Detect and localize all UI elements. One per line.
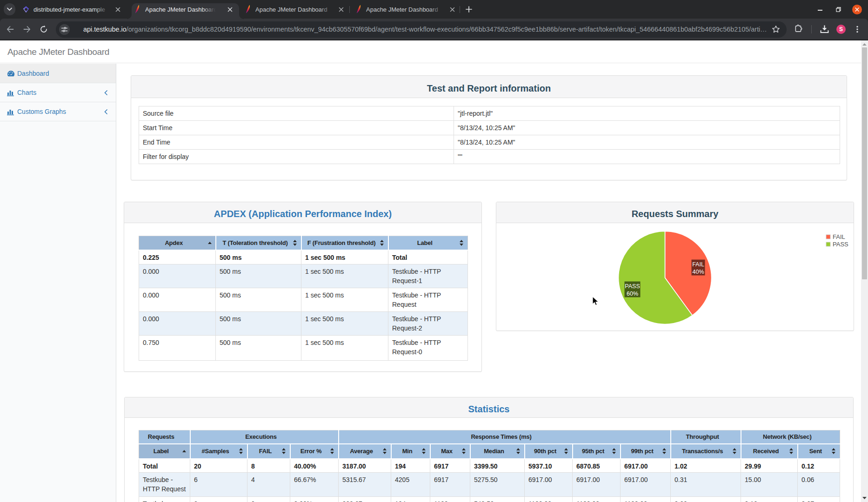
svg-text:FAIL: FAIL [833,233,845,240]
svg-text:60%: 60% [627,291,638,297]
svg-text:FAIL: FAIL [692,261,704,268]
svg-text:40%: 40% [692,269,704,275]
svg-text:PASS: PASS [625,283,640,290]
svg-text:PASS: PASS [833,241,848,248]
